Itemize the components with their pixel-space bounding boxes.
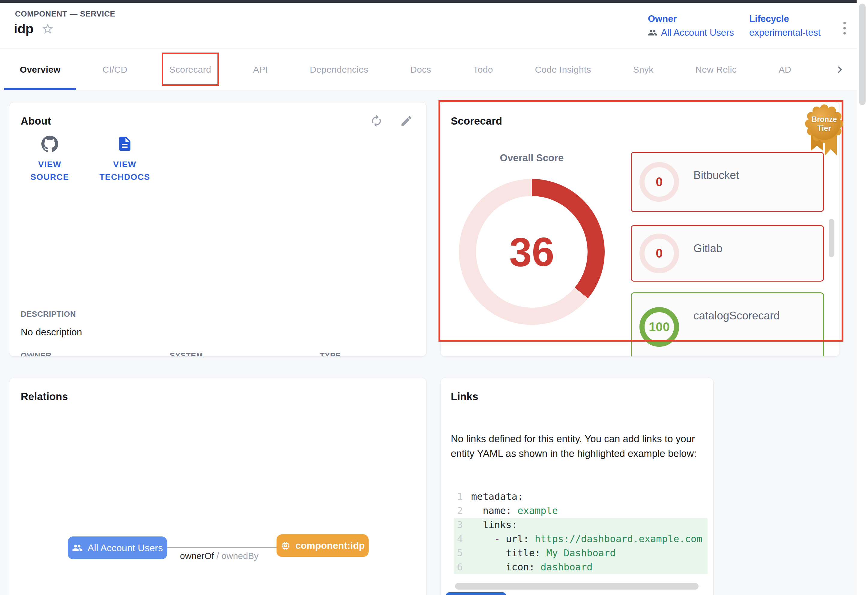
yaml-code-block: 1metadata:2 name: example3 links:4 - url… [454, 490, 707, 578]
scorecard-item-list: 0Bitbucket0Gitlab100catalogScorecard [631, 102, 824, 357]
code-line: 6 icon: dashboard [454, 560, 707, 574]
medal-icon: Bronze Tier [808, 108, 840, 140]
tab-label: Snyk [633, 65, 654, 75]
description-label: DESCRIPTION [21, 309, 82, 319]
tab-label: Overview [20, 65, 61, 75]
scorecard-item-catalogscorecard[interactable]: 100catalogScorecard [631, 292, 824, 357]
tab-todo[interactable]: Todo [473, 49, 493, 90]
techdocs-document-icon [117, 135, 133, 152]
tab-ci-cd[interactable]: CI/CD [103, 49, 127, 90]
lifecycle-label: Lifecycle [749, 13, 821, 24]
bronze-tier-badge: Bronze Tier [806, 105, 843, 156]
overall-score-label: Overall Score [490, 152, 574, 164]
code-line: 4 - url: https://dashboard.example.com [454, 532, 707, 546]
code-line-number: 2 [454, 504, 471, 518]
overall-score-value: 36 [459, 179, 605, 325]
score-ring: 100 [639, 307, 679, 347]
code-line-content: - url: https://dashboard.example.com [471, 532, 703, 546]
tab-api[interactable]: API [253, 49, 268, 90]
tab-label: Todo [473, 65, 493, 75]
refresh-icon[interactable] [370, 114, 383, 127]
relations-title: Relations [21, 391, 68, 403]
tab-overview[interactable]: Overview [20, 49, 61, 90]
relation-edge-line [165, 547, 278, 548]
type-field-label: TYPE [320, 351, 353, 357]
links-card: Links No links defined for this entity. … [440, 377, 713, 595]
code-line-content: icon: dashboard [471, 560, 593, 574]
owner-value: All Account Users [661, 27, 734, 38]
page-scrollbar-thumb[interactable] [859, 4, 866, 105]
tab-new-relic[interactable]: New Relic [695, 49, 737, 90]
system-field-label: SYSTEM [170, 351, 245, 357]
tab-label: CI/CD [103, 65, 127, 75]
code-line-number: 3 [454, 518, 471, 532]
view-source-label: VIEW SOURCE [24, 158, 75, 184]
tab-label: AD [779, 65, 791, 75]
links-action-button[interactable] [446, 592, 506, 595]
scorecard-item-bitbucket[interactable]: 0Bitbucket [631, 152, 824, 212]
code-line-content: name: example [471, 504, 558, 518]
scorecard-list-scrollbar[interactable] [829, 219, 834, 257]
relation-node-owner[interactable]: All Account Users [68, 536, 167, 559]
people-icon [648, 28, 657, 37]
star-icon[interactable] [41, 22, 54, 35]
tab-ad[interactable]: AD [779, 49, 791, 90]
scorecard-item-label: catalogScorecard [694, 309, 780, 322]
scorecard-title: Scorecard [451, 115, 502, 127]
chevron-right-icon[interactable] [833, 49, 846, 90]
active-tab-underline [4, 88, 76, 90]
tab-label: Scorecard [170, 65, 211, 75]
entity-header: COMPONENT — SERVICE idp Owner All Accoun… [0, 3, 856, 48]
owner-link[interactable]: All Account Users [648, 27, 734, 38]
code-line-content: metadata: [471, 490, 523, 504]
header-owner-block: Owner All Account Users [648, 13, 734, 38]
code-line: 5 title: My Dashboard [454, 546, 707, 560]
top-bar [0, 0, 856, 3]
kebab-menu-icon[interactable] [841, 20, 847, 36]
code-line-number: 5 [454, 546, 471, 560]
tab-label: Dependencies [310, 65, 368, 75]
scorecard-item-label: Gitlab [694, 242, 723, 255]
relation-edge-label: ownerOf / ownedBy [159, 551, 279, 561]
links-title: Links [451, 391, 478, 403]
code-horizontal-scrollbar[interactable] [455, 583, 698, 590]
description-value: No description [21, 327, 82, 338]
relations-card: Relations All Account Users component:id… [9, 377, 427, 595]
scorecard-item-gitlab[interactable]: 0Gitlab [631, 225, 824, 281]
chip-icon [280, 541, 291, 551]
owner-label: Owner [648, 13, 734, 24]
view-source-link[interactable]: VIEW SOURCE [24, 135, 75, 184]
lifecycle-value: experimental-test [749, 27, 821, 38]
about-title: About [21, 115, 51, 127]
tab-snyk[interactable]: Snyk [633, 49, 654, 90]
code-line: 2 name: example [454, 504, 707, 518]
page-title: idp [14, 21, 34, 36]
code-line-number: 4 [454, 532, 471, 546]
header-lifecycle-block: Lifecycle experimental-test [749, 13, 821, 38]
code-line: 1metadata: [454, 490, 707, 504]
people-icon [72, 542, 83, 553]
code-line-number: 6 [454, 560, 471, 574]
page-scrollbar-track [856, 0, 868, 595]
code-line-content: links: [471, 518, 517, 532]
score-ring: 0 [639, 162, 679, 202]
view-techdocs-label: VIEW TECHDOCS [99, 158, 150, 184]
view-techdocs-link[interactable]: VIEW TECHDOCS [99, 135, 150, 184]
tab-scorecard[interactable]: Scorecard [170, 49, 211, 90]
tab-label: API [253, 65, 268, 75]
tab-bar: OverviewCI/CDScorecardAPIDependenciesDoc… [0, 49, 856, 90]
relation-node-component[interactable]: component:idp [276, 534, 369, 557]
breadcrumb: COMPONENT — SERVICE [15, 9, 115, 19]
github-icon [41, 135, 58, 152]
owner-field-label: OWNER [21, 351, 110, 357]
tab-code-insights[interactable]: Code Insights [535, 49, 591, 90]
edit-pencil-icon[interactable] [400, 114, 413, 127]
score-ring: 0 [639, 234, 679, 273]
tab-docs[interactable]: Docs [410, 49, 431, 90]
links-empty-text: No links defined for this entity. You ca… [451, 431, 706, 461]
tab-label: Docs [410, 65, 431, 75]
tab-label: New Relic [695, 65, 737, 75]
tab-dependencies[interactable]: Dependencies [310, 49, 368, 90]
scorecard-item-label: Bitbucket [694, 169, 739, 182]
tab-label: Code Insights [535, 65, 591, 75]
